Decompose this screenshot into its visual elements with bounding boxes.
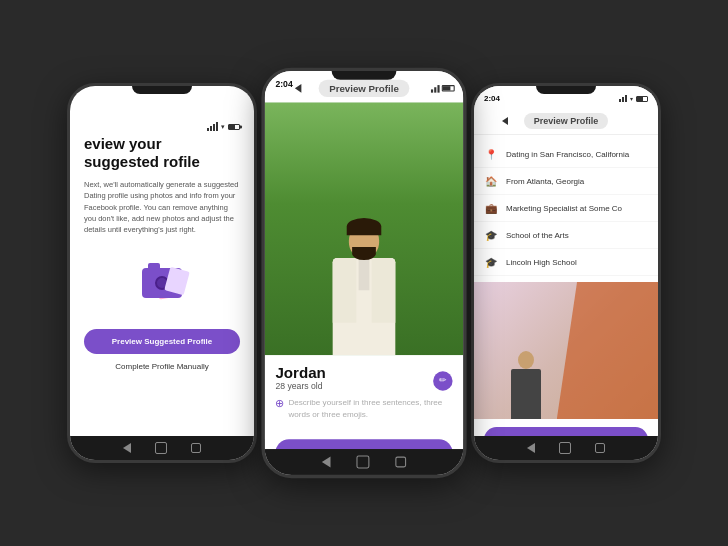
screen-3: 2:04 ▾ [474, 86, 658, 460]
camera-top [148, 263, 160, 269]
review-description: Next, we'll automatically generate a sug… [84, 179, 240, 235]
person-2-figure [511, 351, 541, 419]
screen1-content: ▾ eview your suggested rofile Next, we'l… [70, 86, 254, 383]
screen-2: 2:04 Preview Profile [265, 71, 464, 475]
suit-tie [359, 258, 370, 290]
recent-nav-icon[interactable] [191, 443, 201, 453]
battery-icon [228, 124, 240, 130]
wifi-icon: ▾ [221, 123, 225, 131]
profile-name-row: Jordan 28 years old ✏ [275, 364, 452, 397]
back-arrow-2[interactable] [295, 84, 301, 93]
person-beard [352, 247, 376, 260]
battery-2 [442, 85, 455, 91]
screen2-info: Jordan 28 years old ✏ ⊕ Describe yoursel… [265, 355, 464, 439]
back-arrow-3[interactable] [502, 117, 508, 125]
suit-lapel-right [372, 258, 396, 323]
detail-item-3: 🎓 School of the Arts [474, 222, 658, 249]
phone-frame-1: ▾ eview your suggested rofile Next, we'l… [67, 83, 257, 463]
screen3-header-title: Preview Profile [524, 113, 609, 129]
phone-2: 2:04 Preview Profile [261, 68, 466, 478]
phone-1: ▾ eview your suggested rofile Next, we'l… [67, 83, 257, 463]
bottom-nav-2 [265, 449, 464, 475]
person2-body [511, 369, 541, 419]
preview-suggested-button[interactable]: Preview Suggested Profile [84, 329, 240, 354]
screen3-header: Preview Profile [474, 105, 658, 135]
camera-illustration [117, 253, 207, 313]
home-icon: 🏠 [484, 174, 498, 188]
person-body [333, 258, 396, 355]
screen3-content: 2:04 ▾ [474, 86, 658, 460]
detail-text-4: Lincoln High School [506, 258, 577, 267]
school-icon-2: 🎓 [484, 255, 498, 269]
header-status-2 [431, 85, 455, 93]
bio-row: ⊕ Describe yourself in three sentences, … [275, 397, 452, 430]
bio-add-icon[interactable]: ⊕ [275, 397, 284, 409]
suit-lapel-left [333, 258, 357, 323]
detail-list: 📍 Dating in San Francisco, California 🏠 … [474, 135, 658, 282]
battery-3 [636, 96, 648, 102]
screen3-top: 2:04 ▾ [474, 86, 658, 282]
bottom-nav-1 [70, 436, 254, 460]
person2-head [518, 351, 534, 369]
bottom-nav-3 [474, 436, 658, 460]
home-nav-icon-3[interactable] [559, 442, 571, 454]
complete-manually-button[interactable]: Complete Profile Manually [84, 362, 240, 371]
stairs-bg [474, 282, 658, 419]
detail-text-2: Marketing Specialist at Some Co [506, 204, 622, 213]
recent-nav-icon-3[interactable] [595, 443, 605, 453]
screen-1: ▾ eview your suggested rofile Next, we'l… [70, 86, 254, 460]
home-nav-icon[interactable] [155, 442, 167, 454]
location-icon: 📍 [484, 147, 498, 161]
time-3: 2:04 [484, 94, 500, 103]
back-nav-icon-2[interactable] [322, 457, 331, 468]
phone-3: 2:04 ▾ [471, 83, 661, 463]
recent-nav-icon-2[interactable] [395, 457, 406, 468]
camera-illustration-container [84, 253, 240, 313]
detail-item-4: 🎓 Lincoln High School [474, 249, 658, 276]
back-nav-icon-3[interactable] [527, 443, 535, 453]
detail-item-2: 💼 Marketing Specialist at Some Co [474, 195, 658, 222]
person-figure [333, 223, 396, 355]
phone-notch-3 [536, 86, 596, 94]
school-icon-1: 🎓 [484, 228, 498, 242]
phone-frame-2: 2:04 Preview Profile [261, 68, 466, 478]
detail-text-0: Dating in San Francisco, California [506, 150, 629, 159]
phone-notch-1 [132, 86, 192, 94]
detail-item-0: 📍 Dating in San Francisco, California [474, 141, 658, 168]
screen2-time: 2:04 [275, 80, 292, 90]
detail-text-3: School of the Arts [506, 231, 569, 240]
status-bar-1: ▾ [84, 114, 240, 131]
phone-frame-3: 2:04 ▾ [471, 83, 661, 463]
work-icon: 💼 [484, 201, 498, 215]
signal-2 [431, 85, 440, 93]
profile-name: Jordan [275, 364, 325, 381]
bio-placeholder[interactable]: Describe yourself in three sentences, th… [288, 397, 452, 420]
profile-age: 28 years old [275, 381, 325, 391]
screen2-header-title: Preview Profile [318, 80, 409, 97]
detail-item-1: 🏠 From Atlanta, Georgia [474, 168, 658, 195]
detail-text-1: From Atlanta, Georgia [506, 177, 584, 186]
profile-name-age: Jordan 28 years old [275, 364, 325, 397]
screen2-content: 2:04 Preview Profile [265, 71, 464, 475]
back-nav-icon[interactable] [123, 443, 131, 453]
person-head [349, 223, 379, 258]
wifi-3: ▾ [630, 95, 633, 102]
home-nav-icon-2[interactable] [356, 456, 369, 469]
photo-bg [265, 102, 464, 355]
stair-orange [557, 282, 658, 419]
status-icons-3: ▾ [619, 95, 648, 102]
profile-photo-2 [474, 282, 658, 419]
person-hair [347, 218, 382, 235]
review-title: eview your suggested rofile [84, 135, 240, 171]
signal-icon [207, 122, 218, 131]
phone-notch-2 [332, 71, 397, 80]
edit-icon[interactable]: ✏ [433, 371, 452, 390]
signal-3 [619, 95, 627, 102]
profile-photo-area [265, 102, 464, 355]
